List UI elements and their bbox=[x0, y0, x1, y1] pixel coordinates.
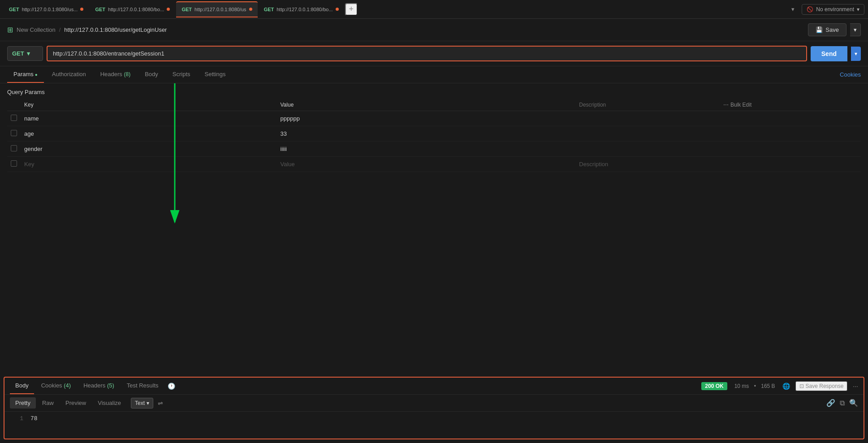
bulk-edit-button[interactable]: ⋯ Bulk Edit bbox=[723, 102, 857, 108]
request-tabs: Params● Authorization Headers (8) Body S… bbox=[0, 66, 868, 83]
method-selector[interactable]: GET ▾ bbox=[7, 46, 43, 61]
tab-headers[interactable]: Headers (8) bbox=[94, 66, 137, 83]
params-label: Params bbox=[13, 71, 34, 77]
body-tab-raw[interactable]: Raw bbox=[37, 397, 59, 409]
response-body-actions: 🔗 ⧉ 🔍 bbox=[826, 399, 858, 407]
body-tab-visualize[interactable]: Visualize bbox=[92, 397, 126, 409]
save-button[interactable]: 💾 Save bbox=[808, 23, 846, 36]
placeholder-desc[interactable]: Description bbox=[575, 157, 720, 172]
save-response-label: Save Response bbox=[806, 383, 844, 389]
url-input[interactable] bbox=[48, 47, 806, 60]
breadcrumb-separator: / bbox=[59, 26, 61, 33]
no-env-icon: 🚫 bbox=[807, 6, 813, 13]
param-desc-3[interactable] bbox=[575, 142, 720, 157]
status-badge: 200 OK bbox=[701, 382, 727, 390]
chevron-down-icon: ▾ bbox=[791, 6, 795, 13]
tab-4[interactable]: GET http://127.0.0.1:8080/bo... bbox=[259, 1, 344, 17]
col-key-header: Key bbox=[21, 99, 277, 111]
param-key-1[interactable]: name bbox=[21, 111, 277, 126]
link-icon[interactable]: 🔗 bbox=[826, 399, 835, 407]
param-key-3[interactable]: gender bbox=[21, 142, 277, 157]
save-response-button[interactable]: ⊡ Save Response bbox=[795, 381, 848, 391]
tab-2[interactable]: GET http://127.0.0.1:8080/bo... bbox=[90, 1, 175, 17]
format-dropdown[interactable]: Text ▾ bbox=[131, 398, 153, 409]
tab-1[interactable]: GET http://127.0.0.1:8080/us... bbox=[4, 1, 89, 17]
spacer bbox=[0, 174, 868, 377]
body-tab-pretty[interactable]: Pretty bbox=[10, 397, 36, 409]
tab-url-2: http://127.0.0.1:8080/bo... bbox=[108, 7, 164, 12]
env-chevron-icon: ▾ bbox=[857, 6, 859, 13]
breadcrumb-actions: 💾 Save ▾ bbox=[808, 23, 861, 36]
response-body-content[interactable]: 78 bbox=[30, 415, 38, 422]
tab-settings[interactable]: Settings bbox=[199, 66, 232, 83]
response-status: 200 OK 10 ms • 165 B 🌐 ⊡ Save Response ·… bbox=[701, 381, 858, 391]
save-response-icon: ⊡ bbox=[799, 383, 804, 389]
bulk-edit-label: Bulk Edit bbox=[730, 102, 751, 108]
tab-body[interactable]: Body bbox=[138, 66, 164, 83]
row-checkbox-3[interactable] bbox=[11, 145, 17, 151]
more-options-button[interactable]: ··· bbox=[853, 383, 858, 390]
placeholder-key[interactable]: Key bbox=[21, 157, 277, 172]
tab-url-4: http://127.0.0.1:8080/bo... bbox=[276, 7, 333, 12]
save-dropdown-button[interactable]: ▾ bbox=[850, 23, 861, 36]
environment-selector[interactable]: 🚫 No environment ▾ bbox=[802, 4, 864, 15]
res-headers-count: (5) bbox=[107, 382, 114, 389]
copy-icon[interactable]: ⧉ bbox=[840, 399, 845, 407]
search-icon[interactable]: 🔍 bbox=[849, 399, 858, 407]
main-content: ⊞ New Collection / http://127.0.0.1:8080… bbox=[0, 19, 868, 443]
tab-params[interactable]: Params● bbox=[7, 66, 44, 83]
tab-method-2: GET bbox=[95, 7, 105, 12]
res-cookies-count: (4) bbox=[64, 382, 71, 389]
res-tab-body[interactable]: Body bbox=[10, 378, 34, 394]
param-value-1[interactable]: pppppp bbox=[277, 111, 576, 126]
send-dropdown-button[interactable]: ▾ bbox=[851, 47, 861, 61]
table-row-placeholder: Key Value Description bbox=[7, 157, 861, 172]
row-checkbox-2[interactable] bbox=[11, 130, 17, 136]
url-bar: GET ▾ Send ▾ bbox=[0, 41, 868, 66]
col-value-header: Value bbox=[277, 99, 576, 111]
body-tab-preview[interactable]: Preview bbox=[60, 397, 91, 409]
tab-method-1: GET bbox=[9, 7, 19, 12]
param-value-2[interactable]: 33 bbox=[277, 126, 576, 142]
collection-icon: ⊞ bbox=[7, 26, 13, 34]
globe-icon[interactable]: 🌐 bbox=[782, 383, 790, 390]
param-value-3[interactable]: iiiii bbox=[277, 142, 576, 157]
tab-bar: GET http://127.0.0.1:8080/us... GET http… bbox=[0, 0, 868, 19]
table-row: age 33 bbox=[7, 126, 861, 142]
tab-history-dropdown[interactable]: ▾ bbox=[788, 4, 798, 14]
res-body-label: Body bbox=[15, 382, 29, 389]
response-time: 10 ms • 165 B bbox=[733, 383, 777, 389]
save-label: Save bbox=[825, 26, 839, 33]
row-checkbox-1[interactable] bbox=[11, 115, 17, 121]
param-desc-1[interactable] bbox=[575, 111, 720, 126]
no-env-label: No environment bbox=[816, 6, 854, 13]
tab-authorization[interactable]: Authorization bbox=[46, 66, 92, 83]
line-number-1: 1 bbox=[10, 415, 23, 422]
table-row: name pppppp bbox=[7, 111, 861, 126]
tab-bar-right: ▾ 🚫 No environment ▾ bbox=[788, 4, 864, 15]
param-desc-2[interactable] bbox=[575, 126, 720, 142]
res-tab-cookies[interactable]: Cookies (4) bbox=[36, 378, 76, 394]
breadcrumb-current-path: http://127.0.0.1:8080/user/getLoginUser bbox=[64, 26, 167, 33]
body-view-tabs: Pretty Raw Preview Visualize Text ▾ ⇌ 🔗 … bbox=[4, 395, 864, 412]
tab-3[interactable]: GET http://127.0.0.1:8080/us bbox=[176, 1, 257, 17]
placeholder-checkbox[interactable] bbox=[11, 160, 17, 167]
table-row: gender iiiii bbox=[7, 142, 861, 157]
send-button[interactable]: Send bbox=[811, 46, 847, 61]
wrap-lines-icon[interactable]: ⇌ bbox=[158, 400, 163, 407]
res-headers-label: Headers bbox=[83, 382, 105, 389]
res-tab-headers[interactable]: Headers (5) bbox=[78, 378, 120, 394]
history-icon[interactable]: 🕐 bbox=[168, 383, 175, 390]
new-tab-button[interactable]: + bbox=[345, 3, 358, 16]
cookies-link[interactable]: Cookies bbox=[840, 71, 861, 78]
headers-label: Headers bbox=[100, 71, 122, 77]
breadcrumb: ⊞ New Collection / http://127.0.0.1:8080… bbox=[0, 19, 868, 41]
headers-count-badge: (8) bbox=[124, 71, 131, 77]
param-key-2[interactable]: age bbox=[21, 126, 277, 142]
tab-method-4: GET bbox=[264, 7, 274, 12]
res-tab-test-results[interactable]: Test Results bbox=[121, 378, 164, 394]
tab-scripts[interactable]: Scripts bbox=[166, 66, 197, 83]
response-tabs: Body Cookies (4) Headers (5) Test Result… bbox=[4, 378, 864, 395]
placeholder-value[interactable]: Value bbox=[277, 157, 576, 172]
collection-name[interactable]: New Collection bbox=[17, 26, 56, 33]
